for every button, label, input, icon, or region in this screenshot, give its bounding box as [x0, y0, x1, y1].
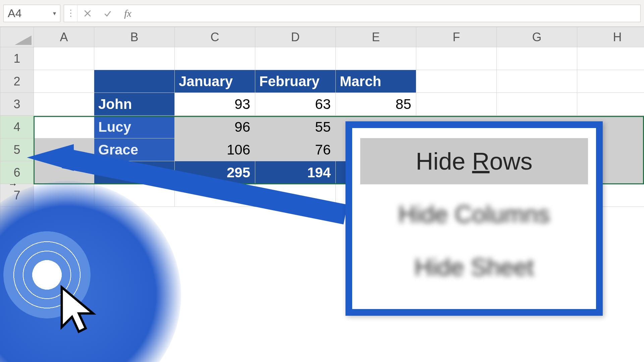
formula-input[interactable] — [138, 5, 640, 22]
cell-E3[interactable]: 85 — [336, 93, 416, 116]
cell-B6[interactable] — [94, 161, 175, 184]
row-header-5[interactable]: 5 — [0, 138, 34, 161]
cancel-button[interactable] — [77, 5, 98, 22]
name-box-value: A4 — [8, 7, 22, 20]
cell-D6[interactable]: 194 — [255, 161, 336, 184]
row-header-4[interactable]: 4 — [0, 116, 34, 138]
check-icon — [103, 9, 112, 18]
cell-A4[interactable] — [34, 116, 94, 138]
cell-D7[interactable] — [255, 184, 336, 207]
cell-D4[interactable]: 55 — [255, 116, 336, 138]
menu-item-hide-sheet[interactable]: Hide Sheet — [360, 244, 588, 290]
cell-C7[interactable] — [175, 184, 255, 207]
menu-label: Hide Sheet — [414, 254, 534, 281]
cell-A1[interactable] — [34, 47, 94, 70]
cell-C6[interactable]: 295 — [175, 161, 255, 184]
row-resize-icon[interactable]: → — [8, 179, 17, 190]
cell-G1[interactable] — [497, 47, 577, 70]
enter-button[interactable] — [98, 5, 118, 22]
x-icon — [83, 9, 92, 18]
name-box[interactable]: A4 ▾ — [3, 5, 60, 22]
menu-item-hide-rows[interactable]: Hide Rows — [360, 138, 588, 184]
cell-A5[interactable] — [34, 138, 94, 161]
col-header-D[interactable]: D — [255, 27, 336, 47]
col-header-G[interactable]: G — [497, 27, 577, 47]
cell-D2[interactable]: February — [255, 70, 336, 93]
formula-input-group: ⋮ fx — [64, 5, 641, 22]
cell-F1[interactable] — [416, 47, 497, 70]
cell-G2[interactable] — [497, 70, 577, 93]
cell-B2[interactable] — [94, 70, 175, 93]
cell-H2[interactable] — [577, 70, 644, 93]
cell-C5[interactable]: 106 — [175, 138, 255, 161]
cell-G3[interactable] — [497, 93, 577, 116]
col-header-C[interactable]: C — [175, 27, 255, 47]
formula-separator: ⋮ — [64, 5, 77, 22]
cell-A2[interactable] — [34, 70, 94, 93]
name-box-dropdown-icon[interactable]: ▾ — [53, 10, 56, 17]
col-header-A[interactable]: A — [34, 27, 94, 47]
cell-F2[interactable] — [416, 70, 497, 93]
cell-B5[interactable]: Grace — [94, 138, 175, 161]
cell-C2[interactable]: January — [175, 70, 255, 93]
select-all-corner[interactable] — [0, 27, 34, 47]
fx-label: fx — [121, 8, 135, 19]
col-header-B[interactable]: B — [94, 27, 175, 47]
cell-C1[interactable] — [175, 47, 255, 70]
col-header-E[interactable]: E — [336, 27, 416, 47]
cell-H1[interactable] — [577, 47, 644, 70]
menu-item-hide-columns[interactable]: Hide Columns — [360, 191, 588, 237]
formula-bar: A4 ▾ ⋮ fx — [0, 0, 644, 27]
cell-H3[interactable] — [577, 93, 644, 116]
menu-label: Hide Columns — [398, 201, 550, 228]
cell-C3[interactable]: 93 — [175, 93, 255, 116]
fx-button[interactable]: fx — [118, 5, 138, 22]
col-header-F[interactable]: F — [416, 27, 497, 47]
col-header-H[interactable]: H — [577, 27, 644, 47]
cell-D1[interactable] — [255, 47, 336, 70]
cell-D5[interactable]: 76 — [255, 138, 336, 161]
cell-B1[interactable] — [94, 47, 175, 70]
cell-A6[interactable] — [34, 161, 94, 184]
cell-B3[interactable]: John — [94, 93, 175, 116]
row-header-2[interactable]: 2 — [0, 70, 34, 93]
row-header-3[interactable]: 3 — [0, 93, 34, 116]
cell-E2[interactable]: March — [336, 70, 416, 93]
cell-B4[interactable]: Lucy — [94, 116, 175, 138]
cursor-icon — [50, 282, 107, 339]
menu-label: Hide Rows — [416, 148, 532, 175]
hide-menu-popup: Hide Rows Hide Columns Hide Sheet — [345, 121, 603, 316]
cell-E1[interactable] — [336, 47, 416, 70]
cell-A3[interactable] — [34, 93, 94, 116]
cell-D3[interactable]: 63 — [255, 93, 336, 116]
cell-C4[interactable]: 96 — [175, 116, 255, 138]
cell-F3[interactable] — [416, 93, 497, 116]
svg-marker-3 — [62, 287, 93, 332]
row-header-1[interactable]: 1 — [0, 47, 34, 70]
